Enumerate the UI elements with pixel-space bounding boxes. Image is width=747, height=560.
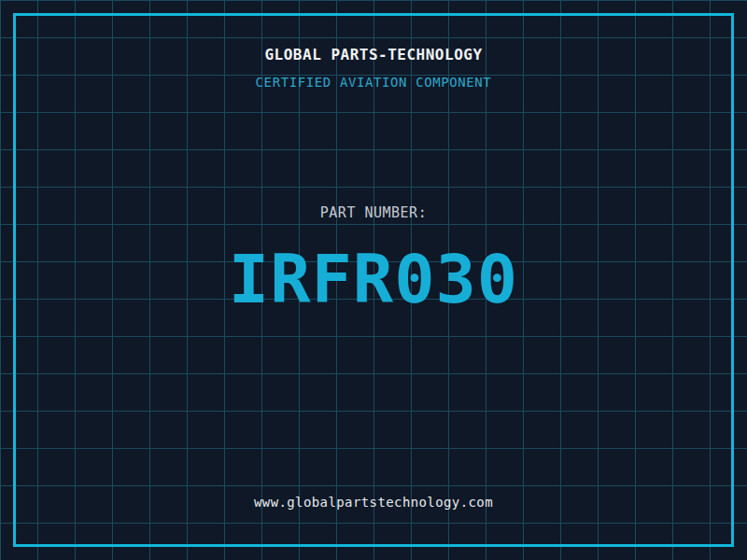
company-name: GLOBAL PARTS-TECHNOLOGY — [0, 46, 747, 63]
part-number-value: IRFR030 — [0, 243, 747, 315]
part-number-label: PART NUMBER: — [0, 204, 747, 221]
page-background: GLOBAL PARTS-TECHNOLOGY CERTIFIED AVIATI… — [0, 0, 747, 560]
certification-label: CERTIFIED AVIATION COMPONENT — [0, 75, 747, 90]
website-url: www.globalpartstechnology.com — [0, 495, 747, 510]
